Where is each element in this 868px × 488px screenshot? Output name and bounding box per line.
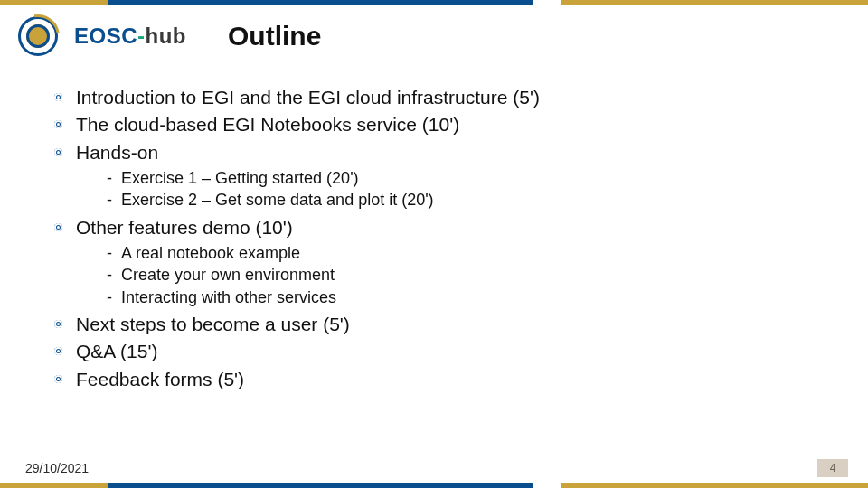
brand-right: hub bbox=[146, 23, 186, 48]
list-item: Introduction to EGI and the EGI cloud in… bbox=[54, 85, 832, 110]
brand-text: EOSC-hub bbox=[74, 23, 186, 49]
eosc-hub-logo-icon bbox=[18, 16, 58, 56]
list-item: Q&A (15') bbox=[54, 339, 832, 364]
page-title: Outline bbox=[228, 21, 321, 52]
list-item: Feedback forms (5') bbox=[54, 367, 832, 392]
footer-divider bbox=[25, 455, 843, 455]
list-item: Other features demo (10') A real noteboo… bbox=[54, 215, 832, 308]
sub-list-item: A real notebook example bbox=[107, 242, 832, 264]
sub-list-item: Create your own environment bbox=[107, 264, 832, 286]
list-item: Next steps to become a user (5') bbox=[54, 312, 832, 337]
outline-content: Introduction to EGI and the EGI cloud in… bbox=[54, 85, 832, 394]
page-number-badge: 4 bbox=[817, 459, 848, 477]
header: EOSC-hub Outline bbox=[18, 16, 321, 56]
sub-list-item: Exercise 1 – Getting started (20') bbox=[107, 167, 832, 189]
brand-left: EOSC bbox=[74, 23, 137, 48]
top-accent-band bbox=[0, 0, 868, 5]
sub-list-item: Interacting with other services bbox=[107, 286, 832, 308]
sub-list-item: Exercise 2 – Get some data and plot it (… bbox=[107, 189, 832, 211]
outline-list: Introduction to EGI and the EGI cloud in… bbox=[54, 85, 832, 392]
footer-date: 29/10/2021 bbox=[25, 461, 89, 475]
list-item: Hands-on Exercise 1 – Getting started (2… bbox=[54, 140, 832, 211]
bottom-accent-band bbox=[0, 483, 868, 488]
sub-list: A real notebook example Create your own … bbox=[107, 242, 832, 308]
list-item: The cloud-based EGI Notebooks service (1… bbox=[54, 112, 832, 137]
slide: EOSC-hub Outline Introduction to EGI and… bbox=[0, 0, 868, 488]
sub-list: Exercise 1 – Getting started (20') Exerc… bbox=[107, 167, 832, 211]
brand-dash: - bbox=[137, 23, 146, 48]
